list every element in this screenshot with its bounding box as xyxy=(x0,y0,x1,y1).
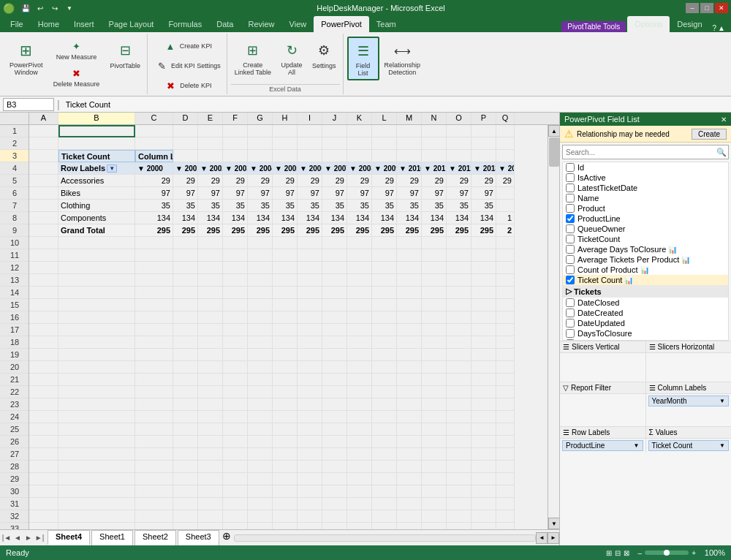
cell-d24[interactable] xyxy=(173,411,198,423)
cell-f3[interactable] xyxy=(223,150,248,162)
cell-o23[interactable] xyxy=(447,398,471,411)
cell-l16[interactable] xyxy=(372,311,397,324)
cell-c10[interactable] xyxy=(135,237,173,249)
cell-n19[interactable] xyxy=(422,349,447,361)
cell-n11[interactable] xyxy=(422,249,447,262)
cell-m20[interactable] xyxy=(397,361,422,374)
sheet-tab-sheet2[interactable]: Sheet2 xyxy=(135,530,176,545)
cell-m4[interactable]: ▼ 2010 xyxy=(397,162,422,175)
cell-i29[interactable] xyxy=(298,473,322,485)
cell-j3[interactable] xyxy=(322,150,347,162)
page-layout-icon[interactable]: ⊟ xyxy=(615,549,621,557)
cell-j5[interactable]: 29 xyxy=(322,175,347,187)
cell-o18[interactable] xyxy=(447,336,471,349)
tab-page-layout[interactable]: Page Layout xyxy=(102,16,162,32)
cell-b3[interactable]: Ticket Count xyxy=(58,150,135,162)
cell-o7[interactable]: 35 xyxy=(447,200,471,212)
cell-n29[interactable] xyxy=(422,473,447,485)
cell-p13[interactable] xyxy=(471,274,496,287)
cell-i18[interactable] xyxy=(298,336,322,349)
field-list-btn[interactable]: ☰ FieldList xyxy=(347,37,379,80)
cell-e29[interactable] xyxy=(198,473,223,485)
cell-d21[interactable] xyxy=(173,374,198,386)
cell-f1[interactable] xyxy=(223,125,248,137)
tab-team[interactable]: Team xyxy=(369,16,404,32)
cell-i3[interactable] xyxy=(298,150,322,162)
cell-c20[interactable] xyxy=(135,361,173,374)
cell-b16[interactable] xyxy=(58,311,135,324)
cell-q1[interactable] xyxy=(496,125,515,137)
cell-o24[interactable] xyxy=(447,411,471,423)
field-checkbox-dateclosed[interactable] xyxy=(566,298,575,307)
cell-n6[interactable]: 97 xyxy=(422,187,447,200)
cell-i14[interactable] xyxy=(298,287,322,299)
cell-p6[interactable]: 97 xyxy=(471,187,496,200)
cell-o30[interactable] xyxy=(447,485,471,498)
cell-k6[interactable]: 97 xyxy=(347,187,372,200)
cell-l32[interactable] xyxy=(372,510,397,523)
cell-c9[interactable]: 295 xyxy=(135,224,173,237)
cell-l23[interactable] xyxy=(372,398,397,411)
cell-j33[interactable] xyxy=(322,523,347,529)
cell-g13[interactable] xyxy=(248,274,273,287)
cell-e33[interactable] xyxy=(198,523,223,529)
cell-e26[interactable] xyxy=(198,436,223,448)
cell-m25[interactable] xyxy=(397,423,422,436)
cell-g7[interactable]: 35 xyxy=(248,200,273,212)
cell-e9[interactable]: 295 xyxy=(198,224,223,237)
cell-k33[interactable] xyxy=(347,523,372,529)
sheet-last-btn[interactable]: ►| xyxy=(34,533,45,543)
cell-m23[interactable] xyxy=(397,398,422,411)
cell-p18[interactable] xyxy=(471,336,496,349)
cell-c18[interactable] xyxy=(135,336,173,349)
cell-h30[interactable] xyxy=(273,485,298,498)
field-item[interactable]: Product xyxy=(563,203,728,213)
cell-q8[interactable]: 1 xyxy=(496,212,515,224)
cell-h12[interactable] xyxy=(273,262,298,274)
cell-i32[interactable] xyxy=(298,510,322,523)
row-num-13[interactable]: 13 xyxy=(0,274,29,287)
cell-n24[interactable] xyxy=(422,411,447,423)
cell-h26[interactable] xyxy=(273,436,298,448)
cell-a17[interactable] xyxy=(29,324,58,336)
cell-n9[interactable]: 295 xyxy=(422,224,447,237)
cell-k16[interactable] xyxy=(347,311,372,324)
cell-h27[interactable] xyxy=(273,448,298,461)
cell-h11[interactable] xyxy=(273,249,298,262)
cell-o11[interactable] xyxy=(447,249,471,262)
row-num-23[interactable]: 23 xyxy=(0,398,29,411)
cell-m11[interactable] xyxy=(397,249,422,262)
values-dropdown-icon[interactable]: ▼ xyxy=(719,442,725,449)
cell-h22[interactable] xyxy=(273,386,298,398)
col-header-q[interactable]: Q xyxy=(496,113,515,124)
cell-m32[interactable] xyxy=(397,510,422,523)
row-num-2[interactable]: 2 xyxy=(0,137,29,150)
cell-j22[interactable] xyxy=(322,386,347,398)
cell-d33[interactable] xyxy=(173,523,198,529)
zoom-thumb[interactable] xyxy=(664,550,670,556)
save-quick-btn[interactable]: 💾 xyxy=(19,1,32,15)
cell-h28[interactable] xyxy=(273,461,298,473)
cell-a18[interactable] xyxy=(29,336,58,349)
row-num-29[interactable]: 29 xyxy=(0,473,29,485)
cell-i22[interactable] xyxy=(298,386,322,398)
cell-h14[interactable] xyxy=(273,287,298,299)
cell-a12[interactable] xyxy=(29,262,58,274)
cell-h29[interactable] xyxy=(273,473,298,485)
cell-g27[interactable] xyxy=(248,448,273,461)
row-num-10[interactable]: 10 xyxy=(0,237,29,249)
cell-j19[interactable] xyxy=(322,349,347,361)
cell-d13[interactable] xyxy=(173,274,198,287)
name-box[interactable] xyxy=(3,98,54,111)
cell-h4[interactable]: ▼ 2005 xyxy=(273,162,298,175)
cell-b8[interactable]: Components xyxy=(58,212,135,224)
cell-d3[interactable] xyxy=(173,150,198,162)
cell-j23[interactable] xyxy=(322,398,347,411)
cell-d25[interactable] xyxy=(173,423,198,436)
cell-q9[interactable]: 2 xyxy=(496,224,515,237)
field-checkbox-dateupdated[interactable] xyxy=(566,319,575,328)
cell-a25[interactable] xyxy=(29,423,58,436)
cell-q26[interactable] xyxy=(496,436,515,448)
cell-j32[interactable] xyxy=(322,510,347,523)
cell-p2[interactable] xyxy=(471,137,496,150)
